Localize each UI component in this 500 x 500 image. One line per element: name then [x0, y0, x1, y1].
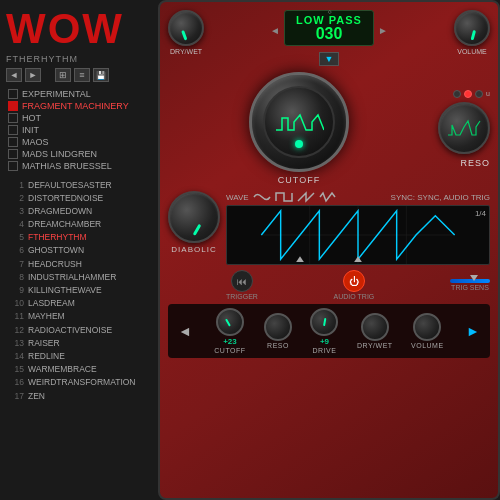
reso-section: u RESO — [438, 90, 490, 168]
bottom-cutoff-group: +23 CUTOFF — [214, 308, 245, 354]
cutoff-knob[interactable] — [249, 72, 349, 172]
filter-prev-button[interactable]: ◄ — [270, 25, 280, 36]
bottom-volume-knob[interactable] — [413, 313, 441, 341]
synth-top-row: DRY/WET ◄ LOW PASS 030 ► ▼ — [168, 10, 490, 68]
reso-dot-1[interactable] — [453, 90, 461, 98]
grid-button[interactable]: ⊞ — [55, 68, 71, 82]
preset-3[interactable]: 3DRAGMEDOWN — [6, 204, 152, 217]
preset-7[interactable]: 7HEADCRUSH — [6, 257, 152, 270]
cat-icon-active — [8, 101, 18, 111]
preset-17[interactable]: 17ZEN — [6, 389, 152, 402]
next-button[interactable]: ► — [25, 68, 41, 82]
preset-6[interactable]: 6GHOSTTOWN — [6, 244, 152, 257]
category-mathias[interactable]: MATHIAS BRUESSEL — [6, 160, 152, 172]
bottom-drive-knob[interactable] — [310, 308, 338, 336]
cat-icon — [8, 137, 18, 147]
preset-11[interactable]: 11MAYHEM — [6, 310, 152, 323]
preset-2[interactable]: 2DISTORTEDNOISE — [6, 191, 152, 204]
preset-14[interactable]: 14REDLINE — [6, 349, 152, 362]
diabolic-knob[interactable] — [168, 191, 220, 243]
wave-shape-saw[interactable] — [297, 191, 315, 203]
bottom-next-button[interactable]: ► — [462, 321, 484, 341]
trig-sens-label: TRIG SENS — [451, 284, 489, 291]
category-experimental[interactable]: EXPERIMENTAL — [6, 88, 152, 100]
preset-1[interactable]: 1DEFAULTOESASTER — [6, 178, 152, 191]
svg-marker-4 — [296, 256, 304, 262]
category-mads[interactable]: MADS LINDGREN — [6, 148, 152, 160]
audio-trig-group: ⏻ AUDIO TRIG — [334, 270, 375, 300]
wave-fraction: 1/4 — [475, 209, 486, 218]
synth-panel: ⬦ DRY/WET ◄ LOW PASS 030 ► — [158, 0, 500, 500]
filter-next-button[interactable]: ► — [378, 25, 388, 36]
bottom-reso-label: RESO — [267, 342, 289, 349]
audio-trig-label: AUDIO TRIG — [334, 293, 375, 300]
bottom-cutoff-value: +23 — [223, 337, 237, 346]
nav-controls: ◄ ► ⊞ ≡ 💾 — [6, 68, 152, 82]
preset-4[interactable]: 4DREAMCHAMBER — [6, 218, 152, 231]
volume-label: VOLUME — [457, 48, 487, 55]
synth-logo: ⬦ — [327, 6, 332, 16]
bottom-drywet-knob[interactable] — [361, 313, 389, 341]
drywet-label: DRY/WET — [170, 48, 202, 55]
preset-5[interactable]: 5FTHERHYTHM — [6, 231, 152, 244]
left-panel: WOW FTHERHYTHM ◄ ► ⊞ ≡ 💾 EXPERIMENTAL FR… — [0, 0, 158, 500]
reso-label: RESO — [460, 158, 490, 168]
bottom-cutoff-knob[interactable] — [216, 308, 244, 336]
wave-shape-custom[interactable] — [319, 191, 337, 203]
bottom-cutoff-label: CUTOFF — [214, 347, 245, 354]
reso-knob[interactable] — [438, 102, 490, 154]
save-button[interactable]: 💾 — [93, 68, 109, 82]
preset-9[interactable]: 9KILLINGTHEWAVE — [6, 284, 152, 297]
preset-13[interactable]: 13RAISER — [6, 336, 152, 349]
cutoff-section: CUTOFF — [168, 72, 430, 185]
bottom-drive-group: +9 DRIVE — [310, 308, 338, 354]
bottom-knobs-bar: ◄ +23 CUTOFF RESO +9 DRIVE — [168, 304, 490, 358]
cat-icon — [8, 161, 18, 171]
drywet-knob-group: DRY/WET — [168, 10, 204, 55]
volume-knob[interactable] — [454, 10, 490, 46]
category-label: FRAGMENT MACHINERY — [22, 101, 129, 111]
down-arrow-button[interactable]: ▼ — [319, 52, 339, 66]
diabolic-section: DIABOLIC — [168, 191, 220, 254]
wave-shape-square[interactable] — [275, 191, 293, 203]
filter-section: ◄ LOW PASS 030 ► ▼ — [210, 10, 448, 68]
audio-trig-button[interactable]: ⏻ — [343, 270, 365, 292]
category-label: MAOS — [22, 137, 49, 147]
wave-svg — [227, 206, 489, 264]
category-maos[interactable]: MAOS — [6, 136, 152, 148]
preset-15[interactable]: 15WARMEMBRACE — [6, 363, 152, 376]
synth-bottom-row: DIABOLIC WAVE — [168, 191, 490, 300]
category-fragment[interactable]: FRAGMENT MACHINERY — [6, 100, 152, 112]
preset-10[interactable]: 10LASDREAM — [6, 297, 152, 310]
cutoff-label: CUTOFF — [278, 175, 320, 185]
reso-waveform — [446, 117, 482, 139]
cutoff-waveform — [274, 110, 324, 135]
preset-12[interactable]: 12RADIOACTIVENOISE — [6, 323, 152, 336]
svg-marker-5 — [354, 256, 362, 262]
bottom-prev-button[interactable]: ◄ — [174, 321, 196, 341]
preset-8[interactable]: 8INDUSTRIALHAMMER — [6, 270, 152, 283]
drywet-knob[interactable] — [168, 10, 204, 46]
category-hot[interactable]: HOT — [6, 112, 152, 124]
preset-list: 1DEFAULTOESASTER 2DISTORTEDNOISE 3DRAGME… — [6, 178, 152, 402]
reso-dots: u — [453, 90, 490, 98]
reso-dot-u[interactable]: u — [486, 90, 490, 98]
main-container: WOW FTHERHYTHM ◄ ► ⊞ ≡ 💾 EXPERIMENTAL FR… — [0, 0, 500, 500]
bottom-volume-label: VOLUME — [411, 342, 444, 349]
prev-button[interactable]: ◄ — [6, 68, 22, 82]
category-init[interactable]: INIT — [6, 124, 152, 136]
trig-sens-group: TRIG SENS — [450, 279, 490, 291]
diabolic-label: DIABOLIC — [171, 245, 216, 254]
reso-dot-3[interactable] — [475, 90, 483, 98]
preset-16[interactable]: 16WEIRDTRANSFORMATION — [6, 376, 152, 389]
category-label: MADS LINDGREN — [22, 149, 97, 159]
teal-dot — [295, 140, 303, 148]
bottom-volume-group: VOLUME — [411, 313, 444, 349]
app-title: WOW — [6, 8, 152, 50]
list-button[interactable]: ≡ — [74, 68, 90, 82]
wave-shape-sine[interactable] — [253, 191, 271, 203]
trigger-button[interactable]: ⏮ — [231, 270, 253, 292]
trigger-label: TRIGGER — [226, 293, 258, 300]
reso-dot-2[interactable] — [464, 90, 472, 98]
bottom-reso-knob[interactable] — [264, 313, 292, 341]
